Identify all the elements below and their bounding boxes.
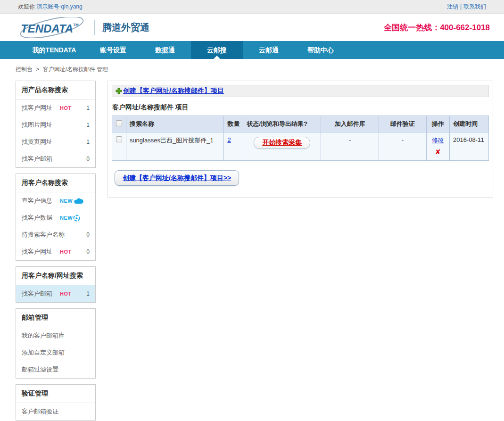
header: TENDATATM 腾道外贸通 全国统一热线：400-662-1018 bbox=[0, 14, 504, 41]
nav-tab-cloud-mail-tong[interactable]: 云邮通 bbox=[243, 41, 295, 59]
sidebar-section-mailbox-management: 邮箱管理 我的客户邮箱库 添加自定义邮箱 邮箱过滤设置 bbox=[16, 308, 96, 379]
salesforce-cloud-icon bbox=[73, 198, 83, 204]
sidebar-item-mailbox-filter-settings[interactable]: 邮箱过滤设置 bbox=[16, 361, 95, 378]
item-count: 1 bbox=[86, 105, 90, 111]
breadcrumb-root[interactable]: 控制台 bbox=[16, 66, 33, 73]
new-badge: NEW bbox=[60, 198, 73, 204]
hotline: 全国统一热线：400-662-1018 bbox=[384, 22, 490, 33]
nav-tab-help-center[interactable]: 帮助中心 bbox=[295, 41, 347, 59]
contact-link[interactable]: 联系我们 bbox=[463, 3, 486, 10]
hot-badge: HOT bbox=[60, 291, 72, 297]
nav-tab-data-tong[interactable]: 数据通 bbox=[139, 41, 191, 59]
delete-icon[interactable]: ✘ bbox=[430, 148, 446, 156]
sidebar-item-customer-email-verification[interactable]: 客户邮箱验证 bbox=[16, 403, 95, 420]
project-table: 搜索名称 数量 状态/浏览和导出结果? 加入邮件库 邮件验证 操作 创建时间 s… bbox=[112, 116, 489, 161]
section-title: 邮箱管理 bbox=[16, 309, 95, 327]
sidebar-section-customer-name-search: 用客户名称搜索 查客户信息 NEW 找客户数据 NEW bbox=[16, 173, 96, 261]
sidebar-item-pending-customer-names[interactable]: 待搜索客户名称 0 bbox=[16, 226, 95, 243]
sidebar-item-find-customer-email-active[interactable]: 找客户邮箱 HOT 1 bbox=[16, 285, 95, 302]
sidebar-item-my-customer-mailbox[interactable]: 我的客户邮箱库 bbox=[16, 327, 95, 344]
topbar-divider: | bbox=[460, 3, 462, 10]
cell-status: 开始搜索采集 bbox=[243, 132, 321, 161]
nav-tab-my-tendata[interactable]: 我的TENDATA bbox=[21, 41, 87, 59]
section-title: 用客户名称搜索 bbox=[16, 174, 95, 192]
sidebar-item-find-yellowpage-url[interactable]: 找黄页网址 1 bbox=[16, 133, 95, 150]
logo-tm: TM bbox=[73, 23, 79, 27]
account-link[interactable]: 演示账号-qin.yang bbox=[36, 3, 82, 10]
hot-badge: HOT bbox=[60, 249, 72, 255]
section-title: 用客户名称/网址搜索 bbox=[16, 267, 95, 285]
logout-link[interactable]: 注销 bbox=[447, 3, 458, 10]
sidebar-item-find-customer-email[interactable]: 找客户邮箱 0 bbox=[16, 150, 95, 167]
sidebar-section-product-search: 用产品名称搜索 找客户网址 HOT 1 找图片网址 1 找黄页网址 1 找客户邮… bbox=[16, 81, 96, 168]
breadcrumb-separator: > bbox=[36, 66, 39, 73]
logo-wordmark: TENDATATM bbox=[21, 22, 79, 35]
welcome-area: 欢迎你 演示账号-qin.yang bbox=[18, 3, 83, 11]
header-search-name: 搜索名称 bbox=[126, 116, 224, 132]
main-nav: 我的TENDATA 账号设置 数据通 云邮搜 云邮通 帮助中心 bbox=[0, 41, 504, 59]
nav-tab-account-settings[interactable]: 账号设置 bbox=[87, 41, 139, 59]
sidebar-item-add-custom-mailbox[interactable]: 添加自定义邮箱 bbox=[16, 344, 95, 361]
section-title: 用产品名称搜索 bbox=[16, 81, 95, 99]
topbar-links: 注销|联系我们 bbox=[447, 3, 486, 11]
header-count: 数量 bbox=[224, 116, 243, 132]
brand-divider bbox=[94, 20, 95, 35]
cell-mail-verify: - bbox=[379, 132, 426, 161]
sidebar-item-find-customer-url[interactable]: 找客户网址 HOT 1 bbox=[16, 99, 95, 116]
create-project-button[interactable]: 创建【客户网址/名称搜邮件】项目>> bbox=[115, 170, 239, 186]
sidebar-section-verification-management: 验证管理 客户邮箱验证 bbox=[16, 384, 96, 421]
sidebar-item-find-image-url[interactable]: 找图片网址 1 bbox=[16, 116, 95, 133]
compass-icon bbox=[73, 215, 80, 222]
sidebar-section-name-url-search: 用客户名称/网址搜索 找客户邮箱 HOT 1 bbox=[16, 266, 96, 303]
main-content: 创建【客户网址/名称搜邮件】项目 客户网址/名称搜邮件 项目 搜索名称 数量 状… bbox=[107, 81, 493, 198]
breadcrumb: 控制台 > 客户网址/名称搜邮件 管理 bbox=[0, 59, 504, 79]
count-link[interactable]: 2 bbox=[227, 136, 231, 143]
create-project-link[interactable]: 创建【客户网址/名称搜邮件】项目 bbox=[123, 87, 224, 95]
edit-link[interactable]: 修改 bbox=[430, 136, 446, 145]
item-count: 1 bbox=[86, 290, 90, 297]
cell-created-date: 2016-08-11 bbox=[450, 132, 489, 161]
start-search-collect-button[interactable]: 开始搜索采集 bbox=[254, 137, 310, 149]
create-project-bar: 创建【客户网址/名称搜邮件】项目 bbox=[112, 85, 489, 97]
project-panel: 创建【客户网址/名称搜邮件】项目 客户网址/名称搜邮件 项目 搜索名称 数量 状… bbox=[107, 81, 493, 198]
header-created: 创建时间 bbox=[450, 116, 489, 132]
section-title: 验证管理 bbox=[16, 385, 95, 403]
item-count: 0 bbox=[86, 248, 90, 255]
item-count: 1 bbox=[86, 139, 90, 145]
hot-badge: HOT bbox=[60, 105, 72, 111]
sidebar: 用产品名称搜索 找客户网址 HOT 1 找图片网址 1 找黄页网址 1 找客户邮… bbox=[16, 81, 96, 421]
top-bar: 欢迎你 演示账号-qin.yang 注销|联系我们 bbox=[0, 0, 504, 14]
breadcrumb-current: 客户网址/名称搜邮件 管理 bbox=[43, 66, 108, 73]
cell-action: 修改 ✘ bbox=[426, 132, 450, 161]
header-action: 操作 bbox=[426, 116, 450, 132]
table-row: sunglasses巴西_图片搜邮件_1 2 开始搜索采集 - - 修改 ✘ 2… bbox=[112, 132, 489, 161]
item-count: 0 bbox=[86, 231, 90, 238]
new-badge: NEW bbox=[60, 215, 73, 221]
welcome-text: 欢迎你 bbox=[18, 3, 35, 10]
brand-area: TENDATATM 腾道外贸通 bbox=[18, 17, 149, 38]
sidebar-item-find-customer-data[interactable]: 找客户数据 NEW bbox=[16, 209, 95, 226]
sidebar-item-check-customer-info[interactable]: 查客户信息 NEW bbox=[16, 192, 95, 209]
cell-join-mail-lib: - bbox=[321, 132, 379, 161]
header-checkbox-cell bbox=[112, 116, 126, 132]
row-checkbox[interactable] bbox=[116, 136, 122, 142]
header-mail-verify: 邮件验证 bbox=[379, 116, 426, 132]
product-name: 腾道外贸通 bbox=[102, 21, 149, 34]
header-status: 状态/浏览和导出结果? bbox=[243, 116, 321, 132]
plus-icon bbox=[116, 88, 122, 94]
cell-count: 2 bbox=[224, 132, 243, 161]
header-join-mail-lib: 加入邮件库 bbox=[321, 116, 379, 132]
select-all-checkbox[interactable] bbox=[116, 120, 122, 126]
tendata-logo: TENDATATM bbox=[18, 17, 90, 38]
item-count: 1 bbox=[86, 122, 90, 128]
sidebar-item-find-customer-url-2[interactable]: 找客户网址 HOT 0 bbox=[16, 243, 95, 260]
project-list-title: 客户网址/名称搜邮件 项目 bbox=[112, 103, 488, 112]
row-checkbox-cell bbox=[112, 132, 126, 161]
cell-search-name: sunglasses巴西_图片搜邮件_1 bbox=[126, 132, 224, 161]
item-count: 0 bbox=[86, 156, 90, 162]
table-header-row: 搜索名称 数量 状态/浏览和导出结果? 加入邮件库 邮件验证 操作 创建时间 bbox=[112, 116, 489, 132]
nav-tab-cloud-mail-search[interactable]: 云邮搜 bbox=[191, 41, 243, 59]
